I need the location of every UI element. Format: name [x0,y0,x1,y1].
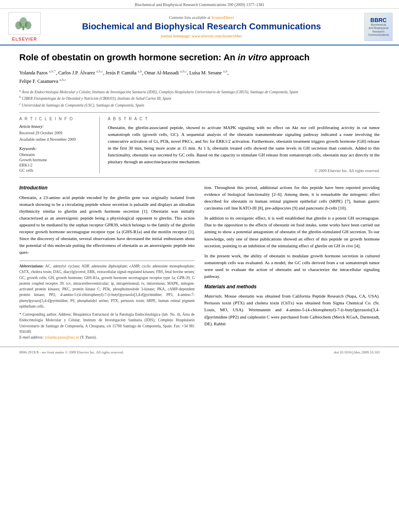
sciencedirect-link[interactable]: ScienceDirect [211,15,234,20]
affiliation-a: a Área de Endocrinología Molecular y Cel… [19,88,380,95]
article-info-label: A R T I C L E I N F O [19,117,94,121]
bottom-doi: doi:10.1016/j.bbrc.2009.10.163 [334,350,380,354]
history-label: Article history: [19,124,94,129]
received-date: Received 29 October 2009 [19,130,94,136]
main-content: Role of obestatin on growth hormone secr… [0,45,399,347]
bottom-copyright: 0006-291X/$ - see front matter © 2009 El… [19,350,124,354]
bbrc-text: BBRC Biochemicaland BiophysicalResearchC… [368,17,389,37]
elsevier-logo-box [8,12,41,35]
materials-heading: Materials and methods [204,283,380,291]
body-col-left: Introduction Obestatin, a 23-amino acid … [19,184,195,340]
intro-para-2: tion. Throughout this period, additional… [204,184,380,212]
affiliation-b: b CIBER Fisiopatología de la Obesidad y … [19,95,380,101]
keywords-section: Keywords: Obestatin Growth hormone ERK1/… [19,146,94,173]
svg-point-3 [25,21,31,29]
copyright-line: © 2009 Elsevier Inc. All rights reserved… [108,168,380,173]
elsevier-wordmark: ELSEVIER [12,37,37,41]
intro-para-3: In addition to its orexigenic effect, it… [204,215,380,249]
available-date: Available online 4 November 2009 [19,137,94,142]
email-link[interactable]: yolanda.pazos@usc.es [45,335,79,339]
header-left-logo: ELSEVIER [6,12,43,41]
svg-point-2 [15,21,22,29]
keyword-4: GC cells [19,168,94,173]
abstract-column: A B S T R A C T Obestatin, the ghrelin-a… [108,117,380,173]
body-col-right: tion. Throughout this period, additional… [204,184,380,340]
affiliations: a Área de Endocrinología Molecular y Cel… [19,88,380,108]
keyword-1: Obestatin [19,152,94,157]
journal-header: ELSEVIER Contents lists available at Sci… [0,9,399,45]
keyword-3: ERK1/2 [19,163,94,167]
journal-title: Biochemical and Biophysical Research Com… [47,21,356,32]
article-info-column: A R T I C L E I N F O Article history: R… [19,117,100,173]
journal-top-bar: Biochemical and Biophysical Research Com… [0,0,399,9]
corresponding-author-footnote: * Corresponding author. Address: Bioquím… [19,312,195,340]
materials-para-1: Materials. Mouse obestatin was obtained … [204,293,380,327]
article-title: Role of obestatin on growth hormone secr… [19,52,380,64]
body-content: Introduction Obestatin, a 23-amino acid … [19,184,380,340]
introduction-heading: Introduction [19,184,195,192]
footnotes-area: Abbreviations: AC, adenylyl cyclase; ADP… [19,261,195,340]
page-wrapper: Biochemical and Biophysical Research Com… [0,0,399,357]
keywords-label: Keywords: [19,146,94,151]
intro-para-1: Obestatin, a 23-amino acid peptide encod… [19,194,195,256]
journal-citation: Biochemical and Biophysical Research Com… [135,2,264,7]
elsevier-tree-icon [10,14,39,32]
bottom-bar: 0006-291X/$ - see front matter © 2009 El… [0,347,399,357]
article-info-abstract-section: A R T I C L E I N F O Article history: R… [19,112,380,178]
intro-para-4: In the present work, the ability of obes… [204,253,380,280]
affiliation-c: c Universidad de Santiago de Compostela … [19,102,380,108]
journal-homepage: journal homepage: www.elsevier.com/locat… [47,34,356,38]
abstract-text: Obestatin, the ghrelin-associated peptid… [108,124,380,165]
authors-line: Yolanda Pazos a,b,*, Carlos J.P. Álvarez… [19,68,380,85]
header-right-logo: BBRC Biochemicaland BiophysicalResearchC… [360,13,393,41]
header-center: Contents lists available at ScienceDirec… [43,15,360,38]
journal-homepage-link[interactable]: journal homepage: www.elsevier.com/locat… [160,34,242,38]
abbreviations-footnote: Abbreviations: AC, adenylyl cyclase; ADP… [19,263,195,309]
sciencedirect-line: Contents lists available at ScienceDirec… [47,15,356,20]
keyword-2: Growth hormone [19,158,94,162]
bbrc-logo-box: BBRC Biochemicaland BiophysicalResearchC… [364,13,393,41]
abstract-label: A B S T R A C T [108,117,380,121]
